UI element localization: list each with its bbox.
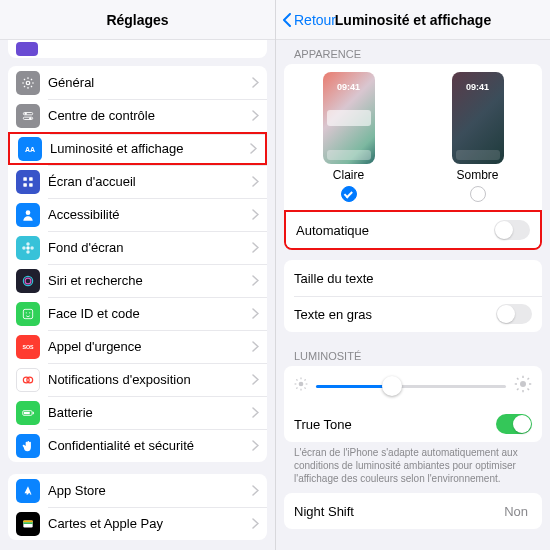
bold-text-label: Texte en gras [294, 307, 496, 322]
thumb-time: 09:41 [323, 82, 375, 92]
svg-point-39 [520, 381, 526, 387]
chevron-right-icon [252, 239, 259, 257]
chevron-right-icon [252, 272, 259, 290]
brightness-slider[interactable] [316, 376, 506, 396]
settings-row-exposure[interactable]: Notifications d'exposition [8, 363, 267, 396]
true-tone-note: L'écran de l'iPhone s'adapte automatique… [276, 442, 550, 493]
true-tone-toggle[interactable] [496, 414, 532, 434]
settings-row-siri[interactable]: Siri et recherche [8, 264, 267, 297]
theme-label-light: Claire [333, 168, 364, 182]
svg-rect-9 [29, 183, 33, 187]
detail-title: Luminosité et affichage [335, 12, 491, 28]
svg-rect-8 [23, 183, 27, 187]
chevron-right-icon [252, 338, 259, 356]
truncated-prev-row[interactable] [8, 40, 267, 58]
nightshift-value: Non [504, 504, 528, 519]
bold-text-toggle[interactable] [496, 304, 532, 324]
settings-title: Réglages [106, 12, 168, 28]
settings-row-label: Fond d'écran [48, 240, 252, 255]
theme-option-dark[interactable]: 09:41 Sombre [452, 72, 504, 202]
settings-row-gear[interactable]: Général [8, 66, 267, 99]
text-size-label: Taille du texte [294, 271, 532, 286]
svg-point-30 [299, 382, 304, 387]
appearance-section-label: Apparence [276, 40, 550, 64]
app-icon-placeholder [16, 42, 38, 56]
settings-header: Réglages [0, 0, 275, 40]
exposure-icon [16, 368, 40, 392]
text-size-row[interactable]: Taille du texte [284, 260, 542, 296]
sun-large-icon [514, 375, 532, 397]
bold-text-row[interactable]: Texte en gras [284, 296, 542, 332]
settings-row-sos[interactable]: SOSAppel d'urgence [8, 330, 267, 363]
settings-group-store: App StoreCartes et Apple Pay [8, 474, 267, 540]
svg-line-36 [305, 388, 306, 389]
nightshift-row[interactable]: Night Shift Non [284, 493, 542, 529]
settings-row-label: Luminosité et affichage [50, 141, 250, 156]
sun-small-icon [294, 377, 308, 395]
settings-row-wallet[interactable]: Cartes et Apple Pay [8, 507, 267, 540]
svg-rect-29 [23, 522, 32, 524]
appstore-icon [16, 479, 40, 503]
back-button[interactable]: Retour [282, 12, 336, 28]
display-detail-pane: Retour Luminosité et affichage Apparence… [275, 0, 550, 550]
chevron-right-icon [250, 140, 257, 158]
appearance-picker: 09:41 Claire 09:41 Sombre [284, 64, 542, 210]
automatic-row-highlight: Automatique [284, 210, 542, 250]
theme-option-light[interactable]: 09:41 Claire [323, 72, 375, 202]
siri-icon [16, 269, 40, 293]
brightness-section-label: Luminosité [276, 342, 550, 366]
settings-row-label: Face ID et code [48, 306, 252, 321]
settings-row-face[interactable]: Face ID et code [8, 297, 267, 330]
settings-row-label: Général [48, 75, 252, 90]
chevron-left-icon [282, 13, 292, 27]
settings-row-appstore[interactable]: App Store [8, 474, 267, 507]
settings-row-label: Cartes et Apple Pay [48, 516, 252, 531]
svg-point-2 [25, 112, 27, 114]
svg-point-10 [26, 210, 31, 215]
chevron-right-icon [252, 173, 259, 191]
settings-row-hand[interactable]: Confidentialité et sécurité [8, 429, 267, 462]
automatic-toggle[interactable] [494, 220, 530, 240]
settings-row-person[interactable]: Accessibilité [8, 198, 267, 231]
theme-thumb-dark: 09:41 [452, 72, 504, 164]
settings-group-main: GénéralCentre de contrôleAALuminosité et… [8, 66, 267, 462]
chevron-right-icon [252, 482, 259, 500]
settings-row-label: Notifications d'exposition [48, 372, 252, 387]
chevron-right-icon [252, 206, 259, 224]
svg-text:AA: AA [25, 145, 35, 152]
chevron-right-icon [252, 305, 259, 323]
hand-icon [16, 434, 40, 458]
nightshift-label: Night Shift [294, 504, 504, 519]
settings-row-label: App Store [48, 483, 252, 498]
settings-row-label: Écran d'accueil [48, 174, 252, 189]
settings-row-label: Accessibilité [48, 207, 252, 222]
svg-rect-7 [29, 177, 33, 181]
settings-row-text-aa[interactable]: AALuminosité et affichage [8, 132, 267, 165]
settings-master-pane: Réglages GénéralCentre de contrôleAALumi… [0, 0, 275, 550]
theme-radio-light[interactable] [341, 186, 357, 202]
true-tone-row[interactable]: True Tone [284, 406, 542, 442]
theme-radio-dark[interactable] [470, 186, 486, 202]
svg-point-4 [29, 117, 31, 119]
svg-point-19 [26, 312, 27, 313]
gear-icon [16, 71, 40, 95]
settings-row-flower[interactable]: Fond d'écran [8, 231, 267, 264]
svg-point-11 [26, 246, 30, 250]
face-icon [16, 302, 40, 326]
nightshift-group: Night Shift Non [276, 493, 550, 529]
settings-row-switches[interactable]: Centre de contrôle [8, 99, 267, 132]
sos-icon: SOS [16, 335, 40, 359]
chevron-right-icon [252, 437, 259, 455]
switches-icon [16, 104, 40, 128]
settings-row-label: Centre de contrôle [48, 108, 252, 123]
svg-point-0 [26, 81, 30, 85]
settings-row-grid[interactable]: Écran d'accueil [8, 165, 267, 198]
settings-row-battery[interactable]: Batterie [8, 396, 267, 429]
svg-text:SOS: SOS [22, 344, 34, 350]
automatic-label: Automatique [296, 223, 494, 238]
flower-icon [16, 236, 40, 260]
svg-point-12 [26, 242, 30, 246]
settings-row-label: Batterie [48, 405, 252, 420]
automatic-row[interactable]: Automatique [286, 212, 540, 248]
svg-point-13 [26, 250, 30, 254]
